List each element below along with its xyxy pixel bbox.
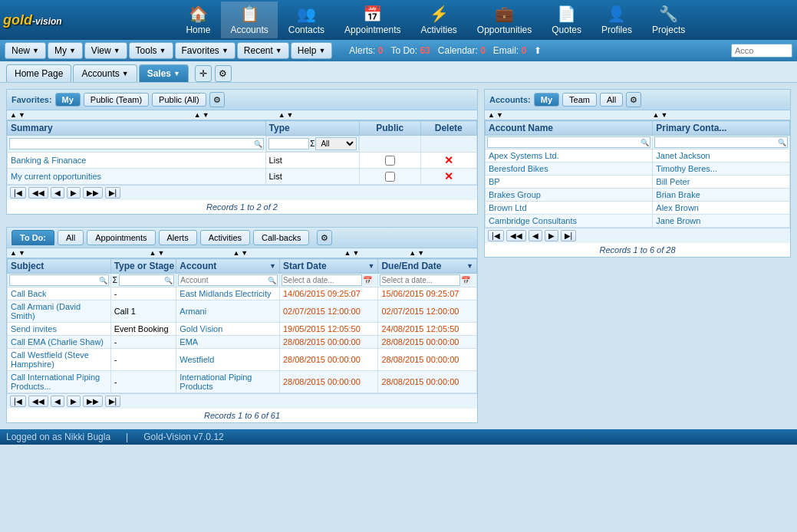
subject-sort-up[interactable]: ▲	[10, 249, 17, 257]
todo-account-6[interactable]: International Piping Products	[176, 371, 280, 393]
tab-homepage[interactable]: Home Page	[6, 64, 71, 82]
sort-down-icon[interactable]: ▼	[18, 111, 25, 119]
acct-contact-4[interactable]: Brian Brake	[653, 189, 790, 202]
todo-next-next-btn[interactable]: ▶▶	[83, 396, 103, 407]
acct-first-btn[interactable]: |◀	[488, 230, 504, 241]
fav-last-btn[interactable]: ▶|	[105, 187, 121, 199]
nav-projects[interactable]: 🔧 Projects	[643, 2, 694, 38]
todo-subject-4[interactable]: Call EMA (Charlie Shaw)	[8, 336, 111, 349]
todo-prev-btn[interactable]: ◀	[51, 396, 64, 407]
todo-first-btn[interactable]: |◀	[10, 396, 26, 407]
account-sort-up[interactable]: ▲	[232, 249, 239, 257]
subject-col-header[interactable]: Subject	[8, 259, 111, 274]
summary-col-header[interactable]: Summary	[8, 121, 266, 136]
new-button[interactable]: New ▼	[5, 42, 46, 59]
acct-prev-prev-btn[interactable]: ◀◀	[506, 230, 526, 241]
todo-tab-all[interactable]: All	[58, 230, 84, 245]
nav-accounts[interactable]: 📋 Accounts	[221, 2, 277, 38]
duedate-filter-input[interactable]	[380, 274, 460, 286]
nav-appointments[interactable]: 📅 Appointments	[335, 2, 410, 38]
acct-name-filter-input[interactable]	[487, 136, 650, 148]
fav-next-btn[interactable]: ▶	[67, 187, 81, 199]
type-sort-up[interactable]: ▲	[194, 111, 201, 119]
acct-name-6[interactable]: Cambridge Consultants	[486, 215, 653, 228]
type-sort-up2[interactable]: ▲	[150, 249, 156, 257]
acct-name-2[interactable]: Beresford Bikes	[486, 163, 653, 176]
acct-contact-3[interactable]: Bill Peter	[653, 176, 790, 189]
startdate-col-header[interactable]: Start Date ▼	[279, 259, 378, 274]
duedate-cal-icon[interactable]: 📅	[461, 276, 470, 284]
accounts-team-tab[interactable]: Team	[562, 93, 597, 107]
public-sort-down[interactable]: ▼	[287, 111, 294, 119]
acct-contact-filter-input[interactable]	[654, 136, 788, 148]
view-button[interactable]: View ▼	[84, 42, 127, 59]
acct-next-btn[interactable]: ▶	[545, 230, 558, 241]
fav-next-next-btn[interactable]: ▶▶	[83, 187, 103, 199]
nav-profiles[interactable]: 👤 Profiles	[592, 2, 641, 38]
acct-name-1[interactable]: Apex Systems Ltd.	[486, 149, 653, 163]
type-col-header[interactable]: Type	[265, 121, 359, 136]
favorites-button[interactable]: Favorites ▼	[175, 42, 235, 59]
type-filter-input[interactable]	[268, 138, 310, 149]
accounts-all-tab[interactable]: All	[600, 93, 623, 107]
delete-btn-1[interactable]: ✕	[444, 154, 453, 166]
todo-subject-3[interactable]: Send invites	[8, 323, 111, 336]
todo-account-1[interactable]: East Midlands Electricity	[176, 287, 280, 300]
todo-account-5[interactable]: Westfield	[176, 349, 280, 371]
todo-tab-callbacks[interactable]: Call-backs	[253, 230, 309, 245]
todo-account-3[interactable]: Gold Vision	[176, 323, 280, 336]
acct-contact-sort-up[interactable]: ▲	[653, 111, 660, 119]
todo-tab-alerts[interactable]: Alerts	[159, 230, 197, 245]
acct-name-sort-down[interactable]: ▼	[496, 111, 503, 119]
acct-contact-col-header[interactable]: Primary Conta...	[653, 121, 790, 136]
todo-next-btn[interactable]: ▶	[67, 396, 81, 407]
todo-count[interactable]: 63	[420, 45, 430, 56]
nav-home[interactable]: 🏠 Home	[176, 2, 219, 38]
acct-name-5[interactable]: Brown Ltd	[486, 202, 653, 215]
todo-prev-prev-btn[interactable]: ◀◀	[28, 396, 48, 407]
favorites-public-team-tab[interactable]: Public (Team)	[84, 93, 149, 107]
todo-tab-appointments[interactable]: Appointments	[87, 230, 155, 245]
todo-tab-activities[interactable]: Activities	[200, 230, 250, 245]
type-col-header2[interactable]: Type or Stage	[110, 259, 176, 274]
account-col-header[interactable]: Account ▼	[176, 259, 280, 274]
todo-gear-button[interactable]: ⚙	[317, 230, 332, 245]
todo-subject-5[interactable]: Call Westfield (Steve Hampshire)	[8, 349, 111, 371]
duedate-sort-down[interactable]: ▼	[417, 249, 424, 257]
account-sort-down[interactable]: ▼	[241, 249, 248, 257]
fav-prev-prev-btn[interactable]: ◀◀	[28, 187, 48, 199]
favorites-gear-button[interactable]: ⚙	[209, 92, 225, 107]
summary-cell-1[interactable]: Banking & Finanace	[8, 153, 266, 169]
todo-account-2[interactable]: Armani	[176, 300, 280, 323]
email-count[interactable]: 0	[522, 45, 527, 56]
acct-contact-1[interactable]: Janet Jackson	[653, 149, 790, 163]
type-sort-down[interactable]: ▼	[203, 111, 209, 119]
global-search-input[interactable]	[731, 44, 792, 57]
acct-name-col-header[interactable]: Account Name	[486, 121, 653, 136]
subject-filter-input[interactable]	[9, 274, 109, 286]
summary-filter-input[interactable]	[9, 138, 264, 149]
nav-contacts[interactable]: 👥 Contacts	[279, 2, 334, 38]
acct-contact-2[interactable]: Timothy Beres...	[653, 163, 790, 176]
acct-contact-sort-down[interactable]: ▼	[660, 111, 667, 119]
recent-button[interactable]: Recent ▼	[237, 42, 289, 59]
tab-accounts[interactable]: Accounts ▼	[73, 64, 137, 82]
todo-account-4[interactable]: EMA	[176, 336, 280, 349]
tab-settings-button[interactable]: ⚙	[215, 65, 232, 82]
duedate-col-header[interactable]: Due/End Date ▼	[378, 259, 477, 274]
subject-sort-down[interactable]: ▼	[18, 249, 25, 257]
favorites-public-all-tab[interactable]: Public (All)	[152, 93, 206, 107]
nav-quotes[interactable]: 📄 Quotes	[542, 2, 591, 38]
todo-subject-6[interactable]: Call International Piping Products...	[8, 371, 111, 393]
startdate-cal-icon[interactable]: 📅	[363, 276, 372, 284]
summary-cell-2[interactable]: My current opportunities	[8, 169, 266, 185]
tab-sales[interactable]: Sales ▼	[139, 64, 189, 82]
upload-icon[interactable]: ⬆	[534, 45, 542, 56]
startdate-sort-up[interactable]: ▲	[344, 249, 351, 257]
acct-name-4[interactable]: Brakes Group	[486, 189, 653, 202]
nav-opportunities[interactable]: 💼 Opportunities	[468, 2, 541, 38]
account-filter-input[interactable]	[178, 274, 278, 286]
tab-add-button[interactable]: ✛	[195, 65, 212, 82]
fav-prev-btn[interactable]: ◀	[51, 187, 64, 199]
todo-tab-active[interactable]: To Do:	[12, 230, 54, 245]
